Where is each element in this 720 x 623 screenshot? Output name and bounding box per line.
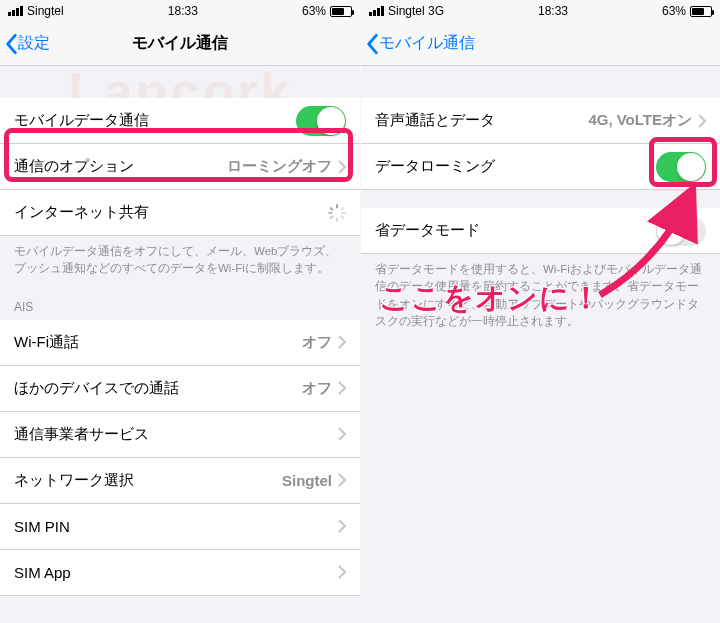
- status-bar: Singtel 18:33 63%: [0, 0, 360, 22]
- chevron-right-icon: [338, 427, 346, 441]
- wifi-call-label: Wi-Fi通話: [14, 333, 79, 352]
- svg-rect-1: [336, 217, 338, 222]
- row-network-select[interactable]: ネットワーク選択 Singtel: [0, 458, 360, 504]
- back-label: モバイル通信: [379, 33, 475, 54]
- voice-data-label: 音声通話とデータ: [375, 111, 495, 130]
- back-label: 設定: [18, 33, 50, 54]
- row-sim-pin[interactable]: SIM PIN: [0, 504, 360, 550]
- page-title: モバイル通信: [0, 33, 360, 54]
- svg-rect-5: [340, 214, 344, 218]
- row-hotspot[interactable]: インターネット共有: [0, 190, 360, 236]
- battery-icon: [330, 6, 352, 17]
- mobile-data-label: モバイルデータ通信: [14, 111, 149, 130]
- clock: 18:33: [168, 4, 198, 18]
- other-device-value: オフ: [302, 379, 332, 398]
- row-options[interactable]: 通信のオプション ローミングオフ: [0, 144, 360, 190]
- network-value: Singtel: [282, 472, 332, 489]
- row-sim-app[interactable]: SIM App: [0, 550, 360, 596]
- nav-bar: 設定 モバイル通信: [0, 22, 360, 66]
- row-mobile-data[interactable]: モバイルデータ通信: [0, 98, 360, 144]
- svg-rect-3: [342, 212, 347, 214]
- hotspot-label: インターネット共有: [14, 203, 149, 222]
- data-roaming-toggle[interactable]: [656, 152, 706, 182]
- svg-rect-0: [336, 204, 338, 209]
- section-header: AIS: [0, 282, 360, 320]
- status-bar: Singtel 3G 18:33 63%: [361, 0, 720, 22]
- annotation-text: ここをオンに！: [379, 278, 602, 319]
- svg-rect-7: [340, 206, 344, 210]
- back-button[interactable]: モバイル通信: [361, 33, 475, 55]
- back-button[interactable]: 設定: [0, 33, 50, 55]
- chevron-right-icon: [338, 565, 346, 579]
- chevron-right-icon: [698, 114, 706, 128]
- row-wifi-calling[interactable]: Wi-Fi通話 オフ: [0, 320, 360, 366]
- signal-icon: [369, 6, 384, 16]
- phone-right: Singtel 3G 18:33 63% モバイル通信 音声通話とデータ 4G,…: [360, 0, 720, 623]
- low-data-toggle[interactable]: [656, 216, 706, 246]
- row-low-data[interactable]: 省データモード: [361, 208, 720, 254]
- chevron-right-icon: [338, 335, 346, 349]
- carrier-label: Singtel: [27, 4, 64, 18]
- sim-app-label: SIM App: [14, 564, 71, 581]
- carrier-services-label: 通信事業者サービス: [14, 425, 149, 444]
- footer-note: モバイルデータ通信をオフにして、メール、Webブラウズ、プッシュ通知などのすべて…: [0, 236, 360, 282]
- svg-rect-6: [329, 214, 333, 218]
- row-carrier-services[interactable]: 通信事業者サービス: [0, 412, 360, 458]
- chevron-right-icon: [338, 160, 346, 174]
- battery-percent: 63%: [662, 4, 686, 18]
- carrier-label: Singtel 3G: [388, 4, 444, 18]
- loading-spinner-icon: [328, 204, 346, 222]
- battery-icon: [690, 6, 712, 17]
- svg-rect-2: [328, 212, 333, 214]
- signal-icon: [8, 6, 23, 16]
- wifi-call-value: オフ: [302, 333, 332, 352]
- low-data-label: 省データモード: [375, 221, 480, 240]
- options-value: ローミングオフ: [227, 157, 332, 176]
- battery-percent: 63%: [302, 4, 326, 18]
- sim-pin-label: SIM PIN: [14, 518, 70, 535]
- network-select-label: ネットワーク選択: [14, 471, 134, 490]
- row-voice-data[interactable]: 音声通話とデータ 4G, VoLTEオン: [361, 98, 720, 144]
- chevron-right-icon: [338, 519, 346, 533]
- chevron-right-icon: [338, 473, 346, 487]
- data-roaming-label: データローミング: [375, 157, 495, 176]
- phone-left: Lancork Singtel 18:33 63% 設定 モバイル通信 モバイル…: [0, 0, 360, 623]
- row-data-roaming[interactable]: データローミング: [361, 144, 720, 190]
- nav-bar: モバイル通信: [361, 22, 720, 66]
- mobile-data-toggle[interactable]: [296, 106, 346, 136]
- svg-rect-4: [329, 206, 333, 210]
- voice-data-value: 4G, VoLTEオン: [588, 111, 692, 130]
- row-other-devices[interactable]: ほかのデバイスでの通話 オフ: [0, 366, 360, 412]
- other-device-label: ほかのデバイスでの通話: [14, 379, 179, 398]
- options-label: 通信のオプション: [14, 157, 134, 176]
- chevron-right-icon: [338, 381, 346, 395]
- clock: 18:33: [538, 4, 568, 18]
